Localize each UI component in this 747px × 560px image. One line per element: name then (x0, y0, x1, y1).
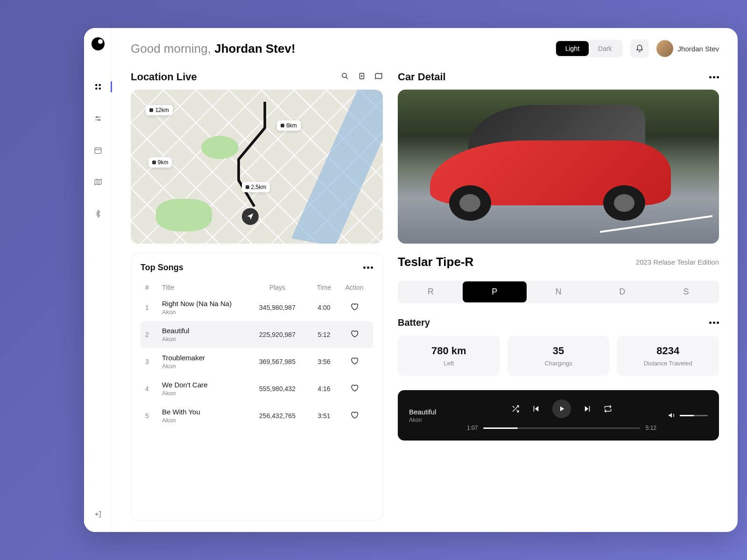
bell-icon (635, 44, 644, 53)
nav-logout[interactable] (90, 506, 106, 523)
song-index: 4 (145, 385, 162, 392)
progress-bar[interactable] (483, 427, 640, 429)
heart-icon (350, 411, 359, 419)
battery-value: 8234 (626, 345, 710, 357)
map-cursor (242, 208, 259, 225)
app-logo (92, 37, 105, 50)
progress-fill (483, 427, 518, 429)
battery-label: Left (407, 360, 491, 367)
svg-point-6 (96, 117, 98, 118)
logout-icon (94, 510, 102, 518)
car-image (398, 90, 719, 244)
distance-pin[interactable]: 12km (146, 105, 172, 115)
location-section: Location Live (131, 71, 383, 244)
song-meta: Right Now (Na Na Na) Akon (162, 300, 247, 315)
location-title: Location Live (131, 71, 197, 83)
charging-button[interactable] (358, 72, 366, 82)
svg-point-0 (95, 84, 98, 86)
skip-forward-icon (583, 405, 592, 413)
col-number: # (145, 284, 162, 291)
song-row[interactable]: 1 Right Now (Na Na Na) Akon 345,980,987 … (141, 294, 373, 321)
nav-settings[interactable] (90, 110, 106, 127)
nav-dashboard[interactable] (90, 78, 106, 95)
play-button[interactable] (552, 399, 571, 418)
col-time: Time (308, 284, 340, 291)
songs-header: Top Songs (141, 263, 373, 273)
song-meta: Be With You Akon (162, 408, 247, 424)
user-name: Jhordan Stev (678, 45, 719, 53)
skip-back-icon (532, 405, 540, 413)
gear-r[interactable]: R (399, 281, 463, 302)
repeat-button[interactable] (604, 405, 612, 413)
car-edition: 2023 Relase Teslar Edition (636, 258, 719, 266)
distance-pin[interactable]: 6km (277, 120, 301, 131)
calendar-icon (94, 146, 102, 154)
prev-button[interactable] (532, 405, 540, 413)
battery-card: 35 Chargings (507, 336, 610, 376)
favorite-button[interactable] (340, 357, 368, 367)
battery-more-button[interactable] (709, 322, 719, 324)
map-park (156, 199, 212, 231)
song-row[interactable]: 5 Be With You Akon 256,432,765 3:51 (141, 402, 373, 429)
battery-value: 35 (517, 345, 600, 357)
map[interactable]: 12km6km9km2,5km (131, 90, 383, 244)
shuffle-icon (511, 405, 520, 413)
header-right: Light Dark Jhordan Stev (555, 39, 719, 58)
car-wheel (449, 185, 491, 221)
greeting-prefix: Good morning, (131, 42, 214, 56)
theme-light-button[interactable]: Light (556, 41, 589, 56)
song-row[interactable]: 2 Beautiful Akon 225,920,987 5:12 (141, 321, 373, 348)
search-button[interactable] (341, 72, 349, 82)
gear-p[interactable]: P (463, 281, 527, 302)
song-row[interactable]: 4 We Don't Care Akon 555,980,432 4:16 (141, 375, 373, 402)
car-name: Teslar Tipe-R (398, 255, 473, 269)
battery-value: 780 km (407, 345, 491, 357)
song-time: 4:16 (308, 385, 340, 392)
next-button[interactable] (583, 405, 592, 413)
favorite-button[interactable] (340, 384, 368, 394)
theme-toggle: Light Dark (555, 40, 623, 57)
svg-point-3 (99, 88, 101, 90)
col-title: Title (162, 284, 247, 291)
song-artist: Akon (162, 390, 247, 397)
time-total: 5:12 (646, 425, 656, 431)
greeting-name: Jhordan Stev! (214, 42, 295, 56)
gear-s[interactable]: S (654, 281, 718, 302)
favorite-button[interactable] (340, 329, 368, 340)
notifications-button[interactable] (630, 39, 649, 58)
battery-header: Battery (398, 317, 719, 328)
volume-fill (680, 415, 694, 416)
song-meta: We Don't Care Akon (162, 381, 247, 397)
car-more-button[interactable] (709, 76, 719, 78)
svg-point-7 (98, 119, 99, 121)
song-index: 3 (145, 358, 162, 365)
mapview-button[interactable] (374, 72, 383, 82)
car-section-title: Car Detail (398, 71, 446, 83)
nav-calendar[interactable] (90, 142, 106, 159)
song-plays: 345,980,987 (247, 304, 308, 311)
svg-point-2 (95, 88, 98, 90)
content-grid: Location Live (131, 71, 719, 521)
gear-selector: RPNDS (398, 280, 719, 303)
user-chip[interactable]: Jhordan Stev (656, 40, 719, 57)
location-actions (341, 72, 383, 82)
theme-dark-button[interactable]: Dark (589, 41, 621, 56)
favorite-button[interactable] (340, 411, 368, 421)
favorite-button[interactable] (340, 302, 368, 313)
svg-line-14 (346, 77, 348, 79)
song-index: 2 (145, 331, 162, 338)
song-row[interactable]: 3 Troublemaker Akon 369,567,985 3:56 (141, 348, 373, 375)
gear-d[interactable]: D (590, 281, 654, 302)
shuffle-button[interactable] (511, 405, 520, 413)
distance-pin[interactable]: 9km (148, 157, 172, 168)
nav-bluetooth[interactable] (90, 205, 106, 222)
music-player: Beautiful Akon 1:07 (398, 390, 719, 441)
map-icon (374, 72, 383, 80)
distance-pin[interactable]: 2,5km (242, 182, 270, 192)
song-artist: Akon (162, 308, 247, 315)
nav-map[interactable] (90, 174, 106, 190)
gear-n[interactable]: N (527, 281, 591, 302)
volume-bar[interactable] (680, 415, 708, 416)
songs-more-button[interactable] (363, 266, 373, 269)
greeting: Good morning, Jhordan Stev! (131, 42, 296, 56)
